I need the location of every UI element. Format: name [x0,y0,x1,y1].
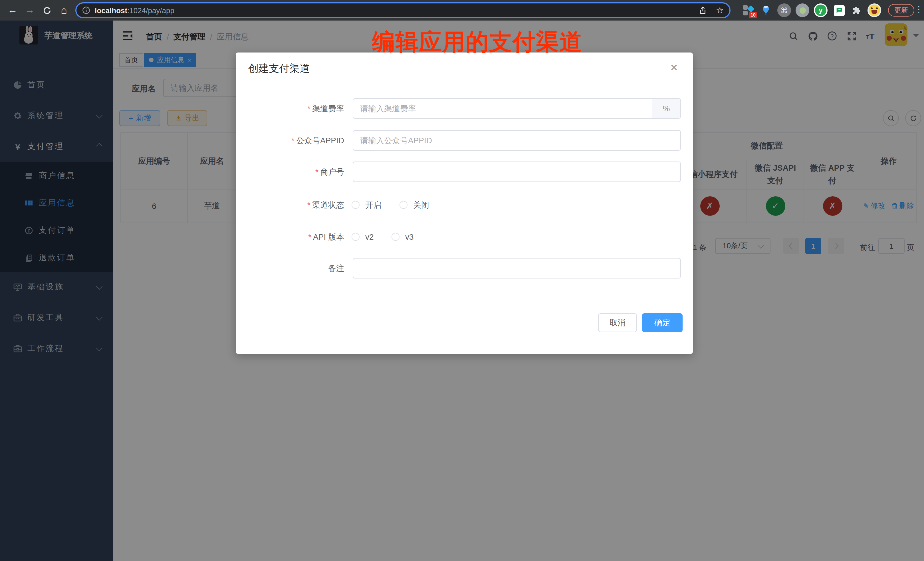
share-icon[interactable] [698,6,707,15]
api-v2-label[interactable]: v2 [365,232,374,242]
extension-dot-icon[interactable] [796,3,809,17]
extension-balloon-icon[interactable] [759,3,773,17]
status-open-radio[interactable] [352,201,360,209]
create-channel-dialog: 创建支付渠道 ✕ *渠道费率 % *公众号APPID *商户号 *渠道状态 开启… [236,52,693,354]
remark-input[interactable] [353,258,681,279]
extension-y-icon[interactable]: y [814,3,828,17]
browser-reload-icon[interactable] [39,2,55,18]
site-info-icon[interactable] [82,6,90,14]
browser-back-icon[interactable]: ← [4,2,21,18]
api-v3-label[interactable]: v3 [405,232,414,242]
extension-badge: 10 [749,12,758,18]
merchant-label: *商户号 [236,167,344,177]
dialog-close-icon[interactable]: ✕ [668,62,680,73]
rate-input[interactable] [353,98,652,119]
browser-menu-icon[interactable]: ⋮ [915,4,923,14]
status-label: *渠道状态 [236,200,344,211]
appid-label: *公众号APPID [236,136,344,146]
status-close-radio[interactable] [399,201,408,209]
extension-chat-icon[interactable] [832,3,846,17]
url-path: :1024/pay/app [127,6,174,15]
status-close-label[interactable]: 关闭 [413,200,429,211]
appid-input[interactable] [353,130,681,151]
bookmark-star-icon[interactable]: ☆ [716,5,724,15]
confirm-button[interactable]: 确定 [642,314,682,332]
url-host: localhost [95,6,127,15]
browser-update-button[interactable]: 更新 [888,4,914,16]
remark-label: 备注 [236,264,344,274]
browser-forward-icon[interactable]: → [22,2,38,18]
extensions-puzzle-icon[interactable] [850,3,864,17]
screen: ← → ⌂ localhost:1024/pay/app ☆ 10 ⌘ [0,0,924,561]
cancel-button[interactable]: 取消 [598,314,637,332]
browser-toolbar: ← → ⌂ localhost:1024/pay/app ☆ 10 ⌘ [0,0,924,21]
api-label: *API 版本 [236,232,344,243]
status-open-label[interactable]: 开启 [365,200,381,211]
api-v3-radio[interactable] [392,233,399,241]
annotation-text: 编辑应用的支付渠道 [372,26,583,58]
api-v2-radio[interactable] [352,233,360,241]
browser-home-icon[interactable]: ⌂ [56,2,72,18]
merchant-input[interactable] [353,162,681,182]
extension-tabs-icon[interactable]: 10 [742,3,756,17]
rate-label: *渠道费率 [236,104,344,114]
url-bar[interactable]: localhost:1024/pay/app ☆ [75,2,730,18]
extension-command-icon[interactable]: ⌘ [777,3,791,17]
extension-emoji-icon[interactable] [867,3,881,17]
dialog-title: 创建支付渠道 [248,62,310,75]
rate-suffix: % [652,98,681,119]
